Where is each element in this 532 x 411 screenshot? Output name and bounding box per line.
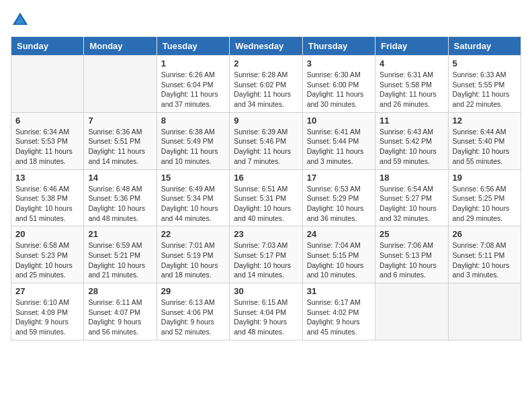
day-number: 18: [380, 173, 443, 183]
day-info: Sunrise: 6:41 AM Sunset: 5:44 PM Dayligh…: [307, 127, 371, 167]
day-number: 17: [307, 173, 371, 183]
cell-3-3: 23Sunrise: 7:03 AM Sunset: 5:17 PM Dayli…: [230, 226, 302, 283]
day-number: 3: [307, 58, 371, 68]
cell-4-6: [448, 283, 521, 340]
cell-3-6: 26Sunrise: 7:08 AM Sunset: 5:11 PM Dayli…: [448, 226, 521, 283]
header-wednesday: Wednesday: [230, 37, 302, 56]
day-number: 21: [88, 229, 152, 239]
cell-1-4: 10Sunrise: 6:41 AM Sunset: 5:44 PM Dayli…: [302, 112, 375, 169]
header-thursday: Thursday: [302, 37, 375, 56]
day-number: 12: [453, 116, 517, 126]
day-info: Sunrise: 7:08 AM Sunset: 5:11 PM Dayligh…: [453, 240, 517, 280]
day-info: Sunrise: 6:43 AM Sunset: 5:42 PM Dayligh…: [380, 127, 443, 167]
day-info: Sunrise: 7:03 AM Sunset: 5:17 PM Dayligh…: [234, 240, 298, 280]
day-info: Sunrise: 6:17 AM Sunset: 4:02 PM Dayligh…: [307, 298, 371, 337]
day-number: 15: [161, 173, 225, 183]
day-number: 30: [234, 286, 298, 296]
day-number: 14: [88, 173, 152, 183]
day-number: 7: [88, 116, 152, 126]
day-number: 28: [88, 286, 152, 296]
day-number: 23: [234, 229, 298, 239]
cell-3-0: 20Sunrise: 6:58 AM Sunset: 5:23 PM Dayli…: [11, 226, 84, 283]
day-info: Sunrise: 7:04 AM Sunset: 5:15 PM Dayligh…: [307, 240, 371, 280]
header-sunday: Sunday: [11, 37, 84, 56]
day-number: 10: [307, 116, 371, 126]
cell-3-1: 21Sunrise: 6:59 AM Sunset: 5:21 PM Dayli…: [84, 226, 157, 283]
day-info: Sunrise: 6:13 AM Sunset: 4:06 PM Dayligh…: [161, 298, 225, 337]
day-info: Sunrise: 6:26 AM Sunset: 6:04 PM Dayligh…: [161, 70, 225, 109]
day-info: Sunrise: 6:53 AM Sunset: 5:29 PM Dayligh…: [307, 184, 371, 224]
cell-2-5: 18Sunrise: 6:54 AM Sunset: 5:27 PM Dayli…: [375, 169, 448, 226]
cell-2-1: 14Sunrise: 6:48 AM Sunset: 5:36 PM Dayli…: [84, 169, 157, 226]
day-number: 11: [380, 116, 443, 126]
cell-2-2: 15Sunrise: 6:49 AM Sunset: 5:34 PM Dayli…: [157, 169, 229, 226]
day-info: Sunrise: 7:01 AM Sunset: 5:19 PM Dayligh…: [161, 240, 225, 280]
day-info: Sunrise: 6:15 AM Sunset: 4:04 PM Dayligh…: [234, 298, 298, 337]
cell-1-3: 9Sunrise: 6:39 AM Sunset: 5:46 PM Daylig…: [230, 112, 302, 169]
cell-3-2: 22Sunrise: 7:01 AM Sunset: 5:19 PM Dayli…: [157, 226, 229, 283]
day-info: Sunrise: 6:34 AM Sunset: 5:53 PM Dayligh…: [15, 127, 79, 167]
day-info: Sunrise: 6:33 AM Sunset: 5:55 PM Dayligh…: [453, 70, 517, 109]
day-info: Sunrise: 6:38 AM Sunset: 5:49 PM Dayligh…: [161, 127, 225, 167]
day-number: 4: [380, 58, 443, 68]
day-info: Sunrise: 6:44 AM Sunset: 5:40 PM Dayligh…: [453, 127, 517, 167]
day-info: Sunrise: 6:36 AM Sunset: 5:51 PM Dayligh…: [88, 127, 152, 167]
cell-1-6: 12Sunrise: 6:44 AM Sunset: 5:40 PM Dayli…: [448, 112, 521, 169]
cell-4-2: 29Sunrise: 6:13 AM Sunset: 4:06 PM Dayli…: [157, 283, 229, 340]
header-friday: Friday: [375, 37, 448, 56]
cell-0-4: 3Sunrise: 6:30 AM Sunset: 6:00 PM Daylig…: [302, 56, 375, 113]
day-info: Sunrise: 6:54 AM Sunset: 5:27 PM Dayligh…: [380, 184, 443, 224]
day-number: 26: [453, 229, 517, 239]
day-info: Sunrise: 6:48 AM Sunset: 5:36 PM Dayligh…: [88, 184, 152, 224]
cell-1-5: 11Sunrise: 6:43 AM Sunset: 5:42 PM Dayli…: [375, 112, 448, 169]
day-number: 19: [453, 173, 517, 183]
logo-icon: [11, 11, 30, 30]
day-number: 27: [15, 286, 79, 296]
day-info: Sunrise: 6:31 AM Sunset: 5:58 PM Dayligh…: [380, 70, 443, 109]
day-number: 25: [380, 229, 443, 239]
cell-2-6: 19Sunrise: 6:56 AM Sunset: 5:25 PM Dayli…: [448, 169, 521, 226]
cell-4-1: 28Sunrise: 6:11 AM Sunset: 4:07 PM Dayli…: [84, 283, 157, 340]
cell-0-1: [84, 56, 157, 113]
cell-1-0: 6Sunrise: 6:34 AM Sunset: 5:53 PM Daylig…: [11, 112, 84, 169]
cell-1-1: 7Sunrise: 6:36 AM Sunset: 5:51 PM Daylig…: [84, 112, 157, 169]
cell-3-5: 25Sunrise: 7:06 AM Sunset: 5:13 PM Dayli…: [375, 226, 448, 283]
day-info: Sunrise: 6:39 AM Sunset: 5:46 PM Dayligh…: [234, 127, 298, 167]
cell-4-3: 30Sunrise: 6:15 AM Sunset: 4:04 PM Dayli…: [230, 283, 302, 340]
cell-0-2: 1Sunrise: 6:26 AM Sunset: 6:04 PM Daylig…: [157, 56, 229, 113]
day-info: Sunrise: 6:30 AM Sunset: 6:00 PM Dayligh…: [307, 70, 371, 109]
day-info: Sunrise: 6:56 AM Sunset: 5:25 PM Dayligh…: [453, 184, 517, 224]
cell-4-0: 27Sunrise: 6:10 AM Sunset: 4:09 PM Dayli…: [11, 283, 84, 340]
header-monday: Monday: [84, 37, 157, 56]
cell-0-5: 4Sunrise: 6:31 AM Sunset: 5:58 PM Daylig…: [375, 56, 448, 113]
week-row-1: 1Sunrise: 6:26 AM Sunset: 6:04 PM Daylig…: [11, 56, 521, 113]
cell-3-4: 24Sunrise: 7:04 AM Sunset: 5:15 PM Dayli…: [302, 226, 375, 283]
cell-2-0: 13Sunrise: 6:46 AM Sunset: 5:38 PM Dayli…: [11, 169, 84, 226]
day-number: 31: [307, 286, 371, 296]
cell-2-3: 16Sunrise: 6:51 AM Sunset: 5:31 PM Dayli…: [230, 169, 302, 226]
day-info: Sunrise: 6:58 AM Sunset: 5:23 PM Dayligh…: [15, 240, 79, 280]
header-saturday: Saturday: [448, 37, 521, 56]
week-row-5: 27Sunrise: 6:10 AM Sunset: 4:09 PM Dayli…: [11, 283, 521, 340]
day-info: Sunrise: 6:11 AM Sunset: 4:07 PM Dayligh…: [88, 298, 152, 337]
week-row-2: 6Sunrise: 6:34 AM Sunset: 5:53 PM Daylig…: [11, 112, 521, 169]
day-number: 29: [161, 286, 225, 296]
day-info: Sunrise: 6:49 AM Sunset: 5:34 PM Dayligh…: [161, 184, 225, 224]
day-info: Sunrise: 6:10 AM Sunset: 4:09 PM Dayligh…: [15, 298, 79, 337]
day-number: 1: [161, 58, 225, 68]
calendar-header-row: SundayMondayTuesdayWednesdayThursdayFrid…: [11, 37, 521, 56]
day-number: 8: [161, 116, 225, 126]
calendar-table: SundayMondayTuesdayWednesdayThursdayFrid…: [11, 36, 521, 340]
header-tuesday: Tuesday: [157, 37, 229, 56]
week-row-3: 13Sunrise: 6:46 AM Sunset: 5:38 PM Dayli…: [11, 169, 521, 226]
cell-0-0: [11, 56, 84, 113]
cell-2-4: 17Sunrise: 6:53 AM Sunset: 5:29 PM Dayli…: [302, 169, 375, 226]
day-info: Sunrise: 6:46 AM Sunset: 5:38 PM Dayligh…: [15, 184, 79, 224]
day-info: Sunrise: 6:28 AM Sunset: 6:02 PM Dayligh…: [234, 70, 298, 109]
week-row-4: 20Sunrise: 6:58 AM Sunset: 5:23 PM Dayli…: [11, 226, 521, 283]
day-number: 24: [307, 229, 371, 239]
day-info: Sunrise: 6:59 AM Sunset: 5:21 PM Dayligh…: [88, 240, 152, 280]
cell-4-5: [375, 283, 448, 340]
day-info: Sunrise: 6:51 AM Sunset: 5:31 PM Dayligh…: [234, 184, 298, 224]
day-number: 9: [234, 116, 298, 126]
